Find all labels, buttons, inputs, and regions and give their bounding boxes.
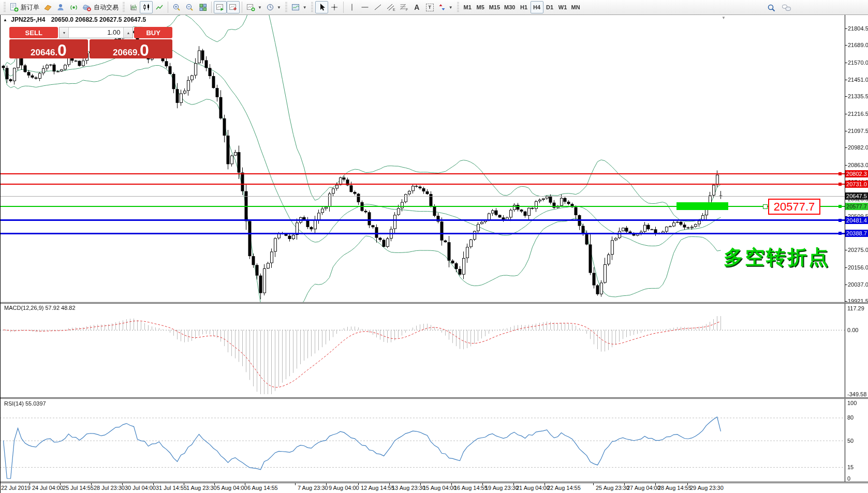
timeframe-m15-button[interactable]: M15 bbox=[487, 1, 502, 13]
volume-decrease-button[interactable]: ▼ bbox=[60, 27, 69, 38]
horizontal-line-20481.4[interactable] bbox=[0, 219, 845, 221]
toolbar-grip[interactable] bbox=[311, 2, 313, 12]
crosshair-button[interactable] bbox=[328, 1, 341, 13]
volume-box: ▼ 1.00 ▲ bbox=[59, 27, 133, 38]
line-anchor-handle[interactable] bbox=[838, 232, 842, 235]
time-tick-mark bbox=[184, 483, 184, 485]
toolbar-grip[interactable] bbox=[457, 2, 459, 12]
symbol-period-label: JPN225-,H4 bbox=[11, 16, 45, 23]
arrows-button[interactable]: ▼ bbox=[436, 1, 455, 13]
indicators-button[interactable]: ▼ bbox=[289, 1, 309, 13]
zoom-out-button[interactable] bbox=[183, 1, 196, 13]
timeframe-h1-button[interactable]: H1 bbox=[518, 1, 531, 13]
horizontal-line-20731[interactable] bbox=[0, 184, 845, 185]
vertical-line-button[interactable] bbox=[346, 1, 359, 13]
channel-icon: E bbox=[387, 3, 395, 11]
price-tick-label: 20037.0 bbox=[848, 281, 868, 288]
text-a-icon: A bbox=[414, 4, 419, 11]
time-axis-label: 28 Aug 14:55 bbox=[658, 485, 692, 491]
green-line-handle[interactable] bbox=[763, 204, 768, 209]
toolbar-grip[interactable] bbox=[285, 2, 287, 12]
toolbar-grip[interactable] bbox=[123, 2, 125, 12]
new-chart-button[interactable]: ▼ bbox=[244, 1, 264, 13]
cursor-button[interactable] bbox=[315, 1, 328, 13]
time-axis-label: 25 Aug 23:30 bbox=[596, 485, 629, 491]
toolbar-separator bbox=[242, 2, 242, 13]
auto-scroll-button[interactable] bbox=[214, 1, 227, 13]
collapse-arrow-icon[interactable]: ▲ bbox=[3, 18, 7, 22]
search-button[interactable] bbox=[765, 2, 778, 14]
horizontal-line-20647.5[interactable] bbox=[0, 196, 845, 197]
profiles-button[interactable]: ▼ bbox=[264, 1, 283, 13]
timeframe-d1-button[interactable]: D1 bbox=[543, 1, 556, 13]
line-anchor-handle[interactable] bbox=[838, 205, 842, 208]
time-axis-label: 19 Aug 23:30 bbox=[485, 485, 519, 491]
line-anchor-handle[interactable] bbox=[838, 172, 842, 175]
time-tick-mark bbox=[687, 483, 688, 485]
price-tick-label: 21689.0 bbox=[848, 42, 868, 48]
trendline-icon bbox=[374, 3, 382, 11]
volume-input[interactable]: 1.00 bbox=[69, 27, 123, 38]
chat-button[interactable] bbox=[779, 2, 793, 14]
time-tick-mark bbox=[153, 483, 154, 485]
rsi-label: RSI(14) 55.0397 bbox=[4, 400, 46, 407]
account-person-icon bbox=[56, 3, 65, 12]
toolbar-grip[interactable] bbox=[4, 2, 6, 12]
fibonacci-button[interactable]: F bbox=[398, 1, 410, 13]
time-tick-mark bbox=[245, 483, 245, 485]
pane-separator[interactable] bbox=[0, 397, 868, 399]
signals-button[interactable] bbox=[67, 1, 80, 13]
equidistant-channel-button[interactable]: E bbox=[385, 1, 398, 13]
timeframe-w1-button[interactable]: W1 bbox=[556, 1, 569, 13]
trendline-button[interactable] bbox=[372, 1, 385, 13]
timeframe-h4-button[interactable]: H4 bbox=[531, 1, 543, 13]
macd-pane-canvas[interactable] bbox=[0, 304, 845, 397]
price-tick-label: 20156.0 bbox=[848, 264, 868, 271]
sell-button[interactable]: SELL bbox=[9, 27, 58, 38]
chart-title: ▲ JPN225-,H4 20650.0 20682.5 20627.5 206… bbox=[3, 16, 146, 23]
timeframe-m5-button[interactable]: M5 bbox=[474, 1, 487, 13]
buy-price[interactable]: 20669.0 bbox=[90, 39, 172, 58]
toolbar-separator bbox=[211, 2, 212, 13]
line-anchor-handle[interactable] bbox=[838, 219, 842, 222]
time-axis-label: 7 Aug 23:30 bbox=[298, 485, 328, 491]
volume-increase-button[interactable]: ▲ bbox=[123, 27, 133, 38]
timeframe-m30-button[interactable]: M30 bbox=[502, 1, 517, 13]
market-button[interactable] bbox=[41, 1, 54, 13]
zoom-in-icon bbox=[172, 3, 181, 12]
new-order-button[interactable]: 新订单 bbox=[8, 1, 41, 13]
price-tick-label: 21335.5 bbox=[848, 93, 868, 99]
sell-price[interactable]: 20646.0 bbox=[9, 39, 88, 58]
line-anchor-handle[interactable] bbox=[838, 183, 842, 186]
price-tick-label: 20982.0 bbox=[848, 144, 868, 151]
autotrading-button[interactable]: 自动交易 bbox=[80, 1, 121, 13]
buy-button[interactable]: BUY bbox=[134, 27, 172, 38]
tile-windows-button[interactable] bbox=[196, 1, 209, 13]
price-tick-label: 20275.0 bbox=[848, 247, 868, 253]
dropdown-caret-icon: ▼ bbox=[258, 5, 262, 10]
text-button[interactable]: A bbox=[410, 1, 423, 13]
arrows-icon bbox=[438, 3, 446, 11]
horizontal-line-20388.7[interactable] bbox=[0, 233, 845, 234]
text-label-button[interactable]: T bbox=[423, 1, 436, 13]
time-axis-label: 1 Aug 23:30 bbox=[186, 485, 217, 491]
candlestick-chart-button[interactable] bbox=[140, 1, 153, 13]
bar-chart-icon bbox=[129, 3, 138, 11]
timeframe-m1-button[interactable]: M1 bbox=[461, 1, 474, 13]
support-zone-rectangle[interactable] bbox=[676, 202, 728, 210]
timeframe-mn-button[interactable]: MN bbox=[569, 1, 582, 13]
price-callout-box[interactable]: 20577.7 bbox=[768, 199, 820, 215]
chart-shift-button[interactable] bbox=[227, 1, 240, 13]
open-account-button[interactable] bbox=[54, 1, 67, 13]
horizontal-line-20802.3[interactable] bbox=[0, 173, 845, 174]
pane-separator[interactable] bbox=[0, 302, 868, 304]
line-chart-button[interactable] bbox=[153, 1, 166, 13]
zoom-in-button[interactable] bbox=[170, 1, 183, 13]
rsi-pane-canvas[interactable] bbox=[0, 399, 845, 482]
bar-chart-button[interactable] bbox=[127, 1, 140, 13]
chart-shift-icon bbox=[229, 3, 238, 11]
auto-scroll-icon bbox=[216, 3, 225, 11]
horizontal-line-button[interactable] bbox=[359, 1, 372, 13]
chart-annotation-text[interactable]: 多空转折点 bbox=[724, 244, 830, 271]
time-axis-label: 28 Jul 23:30 bbox=[94, 485, 125, 491]
